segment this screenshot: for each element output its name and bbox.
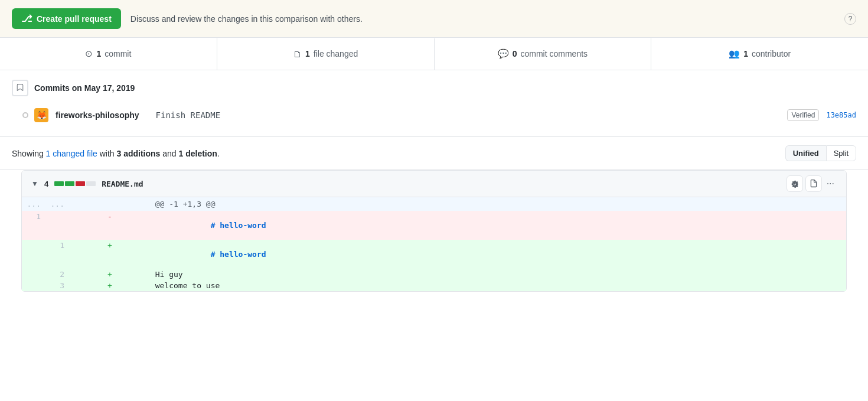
commits-date: Commits on May 17, 2019 bbox=[34, 83, 135, 93]
diff-add-content-3: welcome to use bbox=[151, 280, 846, 291]
line-num-new-empty-1 bbox=[45, 211, 69, 240]
commit-row: 🦊 fireworks-philosophy Finish README Ver… bbox=[12, 103, 856, 127]
line-num-old-empty-3 bbox=[22, 280, 45, 291]
diff-table: ... ... @@ -1 +1,3 @@ 1 - # hello-word bbox=[22, 197, 846, 291]
comment-label: commit comments bbox=[520, 49, 588, 58]
file-diff-block: ▼ 4 README.md ··· bbox=[21, 170, 847, 292]
view-file-button[interactable] bbox=[805, 175, 822, 192]
create-pr-button[interactable]: ⎇ Create pull request bbox=[12, 8, 121, 29]
diff-bar-green-1 bbox=[54, 181, 64, 186]
line-num-old-empty-2 bbox=[22, 269, 45, 280]
commits-section-icon bbox=[12, 80, 28, 96]
pr-icon: ⎇ bbox=[21, 13, 32, 24]
diff-del-content: # hello-word bbox=[151, 211, 846, 240]
diff-line-add-3: 3 + welcome to use bbox=[22, 280, 846, 291]
contributor-label: contributor bbox=[752, 49, 791, 58]
contributor-icon: 👥 bbox=[729, 48, 740, 59]
commit-author[interactable]: fireworks-philosophy bbox=[56, 110, 139, 120]
diff-stat-bar bbox=[54, 181, 96, 186]
stat-commits[interactable]: ⊙ 1 commit bbox=[0, 38, 217, 70]
commit-dot-icon bbox=[22, 112, 28, 118]
verified-badge: Verified bbox=[787, 109, 819, 121]
file-count: 1 bbox=[305, 49, 310, 58]
diff-bar-green-2 bbox=[65, 181, 74, 186]
commit-sha[interactable]: 13e85ad bbox=[826, 111, 856, 119]
diff-container: ▼ 4 README.md ··· bbox=[0, 170, 868, 313]
comment-icon: 💬 bbox=[498, 48, 509, 59]
view-code-button[interactable] bbox=[787, 175, 803, 192]
contributor-count: 1 bbox=[743, 49, 748, 58]
showing-label: Showing bbox=[12, 149, 44, 158]
stats-bar: ⊙ 1 commit 🗋 1 file changed 💬 0 commit c… bbox=[0, 38, 868, 70]
line-num-new-1: 1 bbox=[45, 240, 69, 269]
stat-comments[interactable]: 💬 0 commit comments bbox=[435, 38, 652, 70]
diff-add-content-1: # hello-word bbox=[151, 240, 846, 269]
stat-files[interactable]: 🗋 1 file changed bbox=[217, 38, 435, 70]
hunk-line-new: ... bbox=[45, 197, 69, 211]
diff-bar-gray bbox=[86, 181, 96, 186]
diff-view-toggle: Unified Split bbox=[785, 145, 856, 161]
commit-message: Finish README bbox=[156, 110, 781, 120]
more-options-button[interactable]: ··· bbox=[824, 175, 837, 192]
commits-section: Commits on May 17, 2019 🦊 fireworks-phil… bbox=[0, 70, 868, 137]
split-toggle[interactable]: Split bbox=[826, 145, 856, 161]
unified-toggle[interactable]: Unified bbox=[785, 145, 826, 161]
line-num-new-2: 2 bbox=[45, 269, 69, 280]
diff-add-content-2: Hi guy bbox=[151, 269, 846, 280]
with-additions-label: with 3 additions and 1 deletion. bbox=[100, 149, 220, 158]
diff-line-add-2: 2 + Hi guy bbox=[22, 269, 846, 280]
collapse-icon[interactable]: ▼ bbox=[31, 180, 38, 188]
file-icon: 🗋 bbox=[293, 49, 302, 59]
help-icon[interactable]: ? bbox=[844, 13, 856, 25]
stat-contributors[interactable]: 👥 1 contributor bbox=[651, 38, 868, 70]
line-num-old-1: 1 bbox=[22, 211, 45, 240]
create-pr-banner: ⎇ Create pull request Discuss and review… bbox=[0, 0, 868, 38]
file-diff-header: ▼ 4 README.md ··· bbox=[22, 171, 846, 197]
file-name: README.md bbox=[102, 180, 143, 188]
commits-header: Commits on May 17, 2019 bbox=[12, 80, 856, 96]
hunk-header-text: @@ -1 +1,3 @@ bbox=[151, 197, 846, 211]
commit-icon: ⊙ bbox=[85, 48, 93, 59]
hunk-header-row: ... ... @@ -1 +1,3 @@ bbox=[22, 197, 846, 211]
avatar: 🦊 bbox=[34, 108, 48, 122]
commit-label: commit bbox=[105, 49, 131, 58]
diff-stat-number: 4 bbox=[44, 180, 48, 188]
diff-bar-red bbox=[76, 181, 85, 186]
diff-summary-bar: Showing 1 changed file with 3 additions … bbox=[0, 137, 868, 170]
comment-count: 0 bbox=[513, 49, 517, 58]
hunk-line-old: ... bbox=[22, 197, 45, 211]
banner-description: Discuss and review the changes in this c… bbox=[130, 14, 835, 24]
line-num-new-3: 3 bbox=[45, 280, 69, 291]
diff-summary-text: Showing 1 changed file with 3 additions … bbox=[12, 149, 220, 158]
file-label: file changed bbox=[314, 49, 358, 58]
diff-line-add-1: 1 + # hello-word bbox=[22, 240, 846, 269]
file-diff-actions: ··· bbox=[787, 175, 837, 192]
diff-line-del: 1 - # hello-word bbox=[22, 211, 846, 240]
line-num-old-empty-1 bbox=[22, 240, 45, 269]
commit-count: 1 bbox=[96, 49, 101, 58]
changed-file-link[interactable]: 1 changed file bbox=[46, 149, 97, 158]
create-pr-label: Create pull request bbox=[37, 14, 112, 24]
